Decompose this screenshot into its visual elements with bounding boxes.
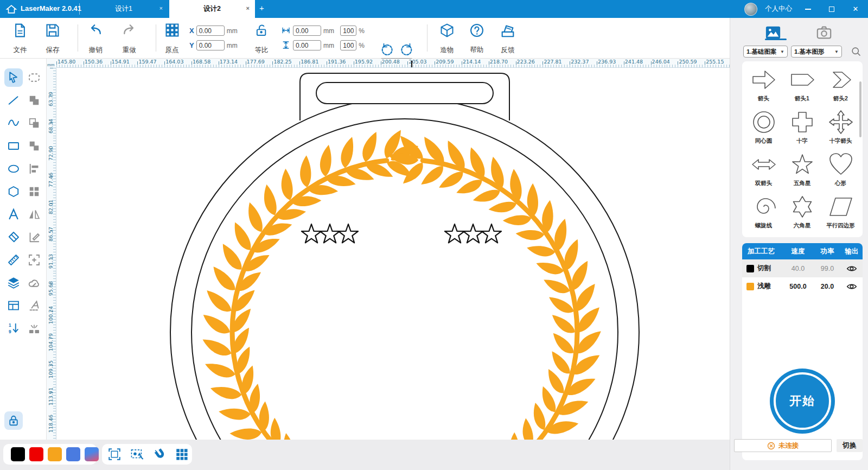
search-icon[interactable]	[851, 46, 861, 57]
tool-lock[interactable]	[4, 411, 23, 430]
height-percent-input[interactable]	[340, 40, 356, 50]
shape-heart[interactable]: 心形	[821, 149, 860, 192]
tool-center-expand[interactable]	[25, 251, 43, 269]
grid-icon	[175, 447, 189, 461]
process-row-engrave[interactable]: 浅雕 500.0 20.0	[742, 277, 863, 295]
tool-select[interactable]	[4, 68, 23, 87]
eye-icon[interactable]	[846, 283, 857, 290]
y-label: Y	[189, 41, 194, 49]
design-canvas[interactable]	[56, 68, 730, 440]
tool-exclude[interactable]	[25, 137, 43, 155]
shape-partial[interactable]	[744, 234, 783, 237]
tool-align[interactable]	[25, 160, 43, 178]
snap-magnet-button[interactable]	[153, 447, 167, 461]
shape-parallelogram[interactable]: 平行四边形	[821, 192, 860, 234]
shape-category-dropdown[interactable]: 1.基本图形▼	[791, 46, 842, 58]
tool-table[interactable]	[4, 296, 23, 315]
swatch-red[interactable]	[29, 447, 43, 461]
tool-curve[interactable]	[4, 114, 23, 132]
frame-select-button[interactable]	[107, 447, 122, 461]
tool-layers[interactable]	[4, 274, 23, 292]
tool-break-apart[interactable]	[25, 319, 43, 338]
shape-double-arrow[interactable]: 双箭头	[744, 149, 783, 192]
make-button[interactable]: 造物	[433, 22, 461, 55]
minimize-button[interactable]	[800, 0, 816, 18]
tool-union[interactable]	[25, 91, 43, 110]
shape-arrow[interactable]: 箭头	[744, 65, 783, 107]
star-icon	[302, 224, 321, 243]
user-center-label[interactable]: 个人中心	[765, 4, 792, 14]
shape-concentric-circles[interactable]: 同心圆	[744, 107, 783, 149]
tool-ellipse[interactable]	[4, 160, 23, 178]
tab-pattern-library[interactable]	[765, 24, 781, 39]
shape-arrow1[interactable]: 箭头1	[783, 65, 821, 107]
tool-ruler[interactable]	[4, 251, 23, 269]
select-objects-button[interactable]	[130, 447, 144, 461]
help-button[interactable]: 帮助	[463, 22, 491, 55]
tool-rectangle[interactable]	[4, 137, 23, 155]
file-button[interactable]: 文件	[8, 22, 33, 55]
y-input[interactable]	[196, 40, 225, 50]
eye-icon[interactable]	[846, 265, 857, 272]
new-tab-button[interactable]: +	[259, 3, 264, 12]
x-input[interactable]	[196, 26, 225, 36]
swatch-orange[interactable]	[48, 447, 62, 461]
process-panel: 加工工艺 速度 功率 输出 切割 40.0 99.0 浅雕 500.0 20.0…	[742, 243, 863, 460]
shape-star5[interactable]: 五角星	[783, 149, 821, 192]
swatch-blue[interactable]	[66, 447, 80, 461]
width-input[interactable]	[293, 26, 321, 36]
shape-star6[interactable]: 六角星	[783, 192, 821, 234]
undo-button[interactable]: 撤销	[82, 22, 108, 55]
pattern-category-dropdown[interactable]: 1.基础图案▼	[743, 46, 788, 58]
swatch-black[interactable]	[11, 447, 25, 461]
medal-design[interactable]	[56, 68, 730, 440]
grid-toggle-button[interactable]	[175, 447, 189, 461]
connection-status[interactable]: 未连接	[734, 439, 832, 452]
tool-line[interactable]	[4, 91, 23, 110]
swatch-gradient[interactable]	[85, 447, 99, 461]
height-input[interactable]	[293, 40, 321, 50]
tool-arrange-tiles[interactable]	[25, 182, 43, 201]
width-percent-input[interactable]	[340, 26, 356, 36]
tool-text[interactable]	[4, 205, 23, 224]
ellipse-icon	[7, 162, 20, 175]
tool-sort-order[interactable]: 19	[4, 319, 23, 338]
tool-marquee[interactable]	[25, 68, 43, 87]
tab-design2[interactable]: 设计2 ×	[169, 0, 255, 18]
rotate-ccw-button[interactable]	[380, 43, 394, 57]
tool-skew-text[interactable]	[25, 296, 43, 315]
shape-partial[interactable]	[783, 234, 821, 237]
ratio-lock-button[interactable]: 等比	[250, 22, 273, 55]
tool-mirror[interactable]	[25, 205, 43, 224]
rotate-cw-button[interactable]	[399, 43, 413, 57]
tab-camera[interactable]	[816, 24, 832, 39]
redo-button[interactable]: 重做	[116, 22, 142, 55]
shape-spiral[interactable]: 螺旋线	[744, 192, 783, 234]
process-row-cut[interactable]: 切割 40.0 99.0	[742, 259, 863, 277]
close-tab-icon[interactable]: ×	[159, 5, 163, 11]
close-button[interactable]: ✕	[847, 0, 864, 18]
layer-color-swatch[interactable]	[746, 265, 754, 272]
home-icon[interactable]	[5, 3, 17, 15]
cube-icon	[439, 22, 455, 39]
shapes-scrollbar[interactable]	[859, 81, 861, 137]
layer-color-swatch[interactable]	[746, 283, 754, 290]
origin-button[interactable]: 原点	[159, 22, 184, 55]
avatar[interactable]	[744, 3, 757, 16]
close-tab-icon[interactable]: ×	[246, 5, 250, 11]
maximize-button[interactable]	[824, 0, 840, 18]
shape-partial[interactable]	[821, 234, 860, 237]
tool-polygon[interactable]	[4, 182, 23, 201]
shape-arrow2[interactable]: 箭头2	[821, 65, 860, 107]
tool-subtract[interactable]	[25, 114, 43, 132]
tab-design1[interactable]: 设计1 ×	[79, 0, 168, 18]
start-button[interactable]: 开始	[774, 372, 831, 430]
tool-eraser[interactable]	[4, 228, 23, 246]
shape-cross[interactable]: 十字	[783, 107, 821, 149]
shape-cross-arrows[interactable]: 十字箭头	[821, 107, 860, 149]
tool-weld[interactable]	[25, 274, 43, 292]
tool-measure-angle[interactable]	[25, 228, 43, 246]
save-button[interactable]: 保存	[40, 22, 65, 55]
feedback-button[interactable]: 反馈	[494, 22, 522, 55]
switch-device-button[interactable]: 切换	[837, 439, 863, 452]
